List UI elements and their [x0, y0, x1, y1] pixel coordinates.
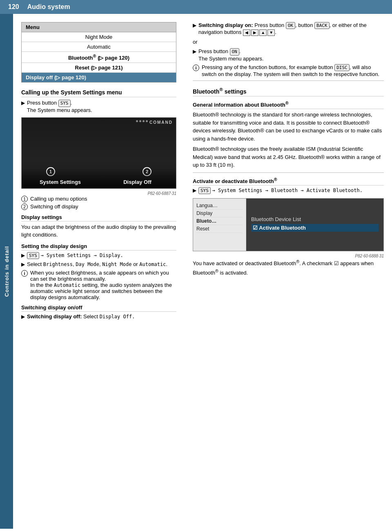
arrow-icon-2: ▶ — [21, 253, 25, 258]
menu-row-nightmode[interactable]: Night Mode — [22, 32, 176, 42]
sys-img-topbar: COMAND — [136, 120, 173, 125]
nav-arrows: ◀ ▶ ▲ ▼ — [243, 29, 275, 36]
function-button-info-text: Pressing any of the function buttons, fo… — [202, 64, 384, 77]
select-brightness-step: ▶ Select Brightness, Day Mode, Night Mod… — [21, 261, 176, 267]
sys-img-bottom-bar: System Settings Display Off — [22, 168, 176, 188]
sys-label-system-settings: System Settings — [22, 179, 99, 188]
brightness-info-text: When you select Brightness, a scale appe… — [30, 270, 176, 300]
brightness-options: Brightness — [43, 262, 73, 267]
bluetooth-image: Langua… Display Blueto… Reset Bluetooth … — [193, 198, 384, 251]
activate-bluetooth-heading: Activate or deactivate Bluetooth® — [193, 177, 384, 186]
page-layout: Controls in detail Menu Night Mode Autom… — [0, 14, 392, 529]
brightness-info: i When you select Brightness, a scale ap… — [21, 270, 176, 300]
press-sys-button-step: ▶ Press button SYS. The System menu appe… — [21, 100, 176, 113]
num-item-1-text: Calling up menu options — [30, 196, 87, 202]
ok-key: OK — [286, 22, 295, 29]
arrow-icon: ▶ — [21, 100, 25, 106]
page-number: 120 — [8, 3, 19, 11]
disc-key: DISC — [334, 64, 350, 71]
menu-table: Menu Night Mode Automatic Bluetooth® (▷ … — [21, 22, 176, 83]
system-settings-image: COMAND 1 2 System Settings Display Off — [21, 117, 176, 189]
bt-img-content: Langua… Display Blueto… Reset Bluetooth … — [193, 199, 383, 251]
menu-row-displayoff[interactable]: Display off (▷ page 120) — [22, 73, 176, 82]
up-arrow-btn: ▲ — [259, 29, 267, 36]
switching-on-text: Switching display on: Press button OK, b… — [198, 22, 384, 36]
nightmode-option: Night Mode — [102, 262, 131, 267]
info-circle-1: i — [21, 270, 28, 277]
sys-key: SYS — [58, 100, 71, 107]
arrow-icon-7: ▶ — [193, 188, 196, 193]
sys-display-step-mono: → System Settings → Display. — [41, 253, 123, 258]
bt-image-caption: P82·60·6888·31 — [193, 254, 384, 258]
numbered-item-1: 1 Calling up menu options — [21, 196, 176, 202]
dot4 — [146, 120, 148, 122]
display-off-mono: Display Off. — [100, 314, 135, 320]
info-circle-2: i — [193, 65, 199, 71]
or-text: or — [193, 38, 384, 46]
num-circle-2: 2 — [21, 203, 28, 210]
sys-img-background: COMAND 1 2 System Settings Display Off — [22, 118, 176, 188]
bluetooth-para1: Bluetooth® technology is the standard fo… — [193, 111, 384, 143]
bt-left-item-bluetooth: Blueto… — [196, 217, 243, 225]
arrow-icon-3: ▶ — [21, 262, 25, 267]
side-tab: Controls in detail — [0, 14, 13, 529]
calling-up-section-heading: Calling up the System Settings menu — [21, 89, 176, 97]
back-key: BACK — [314, 22, 330, 29]
right-column: ▶ Switching display on: Press button OK,… — [185, 22, 392, 521]
bt-result-text: You have activated or deactivated Blueto… — [193, 258, 384, 277]
header-title: Audio system — [27, 3, 70, 11]
menu-row-automatic[interactable]: Automatic — [22, 42, 176, 52]
side-tab-label: Controls in detail — [4, 246, 10, 297]
dot2 — [139, 120, 141, 122]
function-button-info: i Pressing any of the function buttons, … — [193, 64, 384, 77]
dot3 — [143, 120, 145, 122]
setting-display-design-heading: Setting the display design — [21, 243, 176, 250]
automatic-mono: Automatic — [54, 282, 80, 288]
dot1 — [136, 120, 138, 122]
sys-display-step-text: SYS → System Settings → Display. — [27, 252, 123, 259]
general-bluetooth-subheading: General information about Bluetooth® — [193, 101, 384, 109]
menu-row-reset[interactable]: Reset (▷ page 121) — [22, 63, 176, 73]
sys-brand: COMAND — [149, 120, 173, 125]
switching-display-off-step: ▶ Switching display off: Select Display … — [21, 313, 176, 320]
press-sys-text: Press button SYS. The System menu appear… — [27, 100, 92, 113]
arrow-icon-6: ▶ — [193, 49, 196, 54]
menu-row-bluetooth[interactable]: Bluetooth® (▷ page 120) — [22, 52, 176, 63]
arrow-icon-5: ▶ — [193, 22, 196, 28]
activate-bt-step: ▶ SYS → System Settings → Bluetooth → Ac… — [193, 187, 384, 194]
on-key: ON — [230, 48, 239, 55]
num-item-2-text: Switching off display — [30, 203, 78, 210]
bt-right-device-list: Bluetooth Device List — [251, 216, 379, 222]
bt-left-item-language: Langua… — [196, 202, 243, 210]
down-arrow-btn: ▼ — [267, 29, 275, 36]
menu-table-header: Menu — [22, 22, 176, 32]
display-settings-heading: Display settings — [21, 214, 176, 221]
switching-display-heading: Switching display on/off — [21, 304, 176, 312]
automatic-option: Automatic — [139, 262, 166, 267]
bt-left-item-display: Display — [196, 210, 243, 217]
sys-settings-display-step: ▶ SYS → System Settings → Display. — [21, 252, 176, 259]
switching-off-text: Switching display off: Select Display Of… — [27, 313, 135, 320]
sys-image-caption: P82·60·6887·31 — [21, 191, 176, 196]
sys-key-2: SYS — [27, 252, 39, 259]
activate-bt-divider — [193, 172, 384, 173]
sys-label-display-off: Display Off — [99, 179, 176, 188]
bluetooth-settings-heading: Bluetooth® settings — [193, 87, 384, 96]
page-header: 120 Audio system — [0, 0, 392, 14]
bluetooth-para2: Bluetooth® technology uses the freely av… — [193, 145, 384, 169]
activate-bt-text: SYS → System Settings → Bluetooth → Acti… — [198, 187, 363, 194]
display-settings-para: You can adapt the brightness of the audi… — [21, 223, 176, 239]
sys-img-dots — [136, 120, 148, 125]
press-on-text: Press button ON. The System menu appears… — [198, 48, 264, 61]
activate-bt-mono: → System Settings → Bluetooth → Activate… — [212, 188, 363, 193]
numbered-item-2: 2 Switching off display — [21, 203, 176, 210]
left-arrow-btn: ◀ — [243, 29, 250, 36]
right-arrow-btn: ▶ — [251, 29, 258, 36]
sys-key-3: SYS — [198, 187, 211, 194]
bt-img-left-panel: Langua… Display Blueto… Reset — [193, 199, 246, 251]
bt-right-activate: ☑ Activate Bluetooth — [251, 224, 379, 232]
daymode-option: Day Mode — [76, 262, 99, 267]
switching-display-on-step: ▶ Switching display on: Press button OK,… — [193, 22, 384, 36]
select-step-text: Select Brightness, Day Mode, Night Mode … — [27, 261, 167, 267]
arrow-icon-4: ▶ — [21, 314, 25, 320]
